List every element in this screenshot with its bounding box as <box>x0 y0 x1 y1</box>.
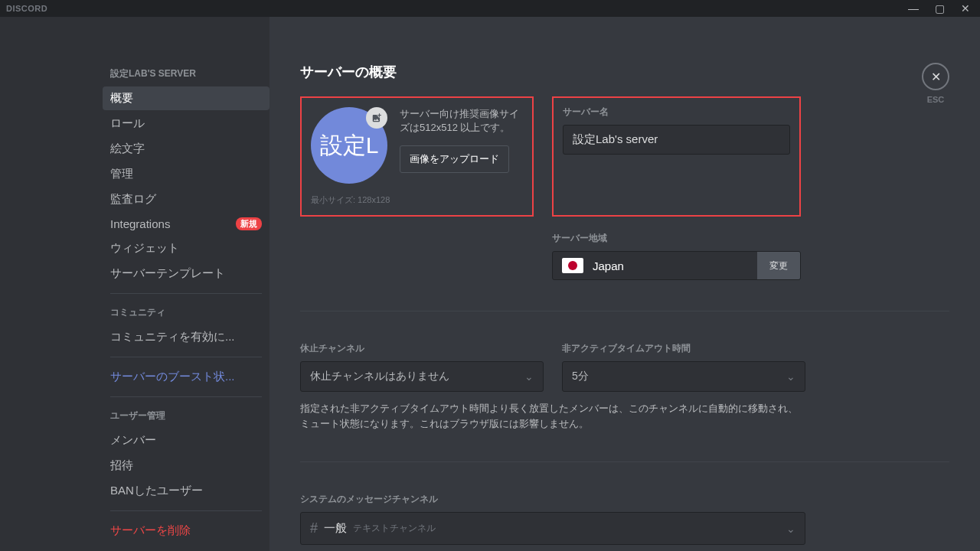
server-region-section: サーバー地域 Japan 変更 <box>552 232 801 280</box>
chevron-down-icon: ⌄ <box>786 370 795 383</box>
server-region-value: Japan <box>553 252 757 279</box>
close-icon: ✕ <box>931 70 941 84</box>
sidebar-header-user-mgmt: ユーザー管理 <box>103 405 270 427</box>
sidebar-separator <box>110 396 262 397</box>
server-region-label: サーバー地域 <box>552 232 801 245</box>
close-window-button[interactable]: ✕ <box>957 2 974 15</box>
brand-logo: DISCORD <box>6 4 47 13</box>
content-area: ✕ ESC サーバーの概要 設定L サーバー向け推奨画像サイズは512x512 … <box>270 17 980 551</box>
server-icon-upload-box: 設定L サーバー向け推奨画像サイズは512x512 以上です。 画像をアップロー… <box>300 96 534 217</box>
sidebar-header-community: コミュニティ <box>103 302 270 324</box>
sidebar-item-delete-server[interactable]: サーバーを削除 <box>103 519 270 543</box>
close-settings-button[interactable]: ✕ <box>922 63 949 90</box>
left-gutter <box>0 17 103 551</box>
settings-sidebar: 設定LAB'S SERVER 概要 ロール 絵文字 管理 監査ログ Integr… <box>103 17 270 551</box>
close-settings: ✕ ESC <box>922 63 949 104</box>
sidebar-item-template[interactable]: サーバーテンプレート <box>103 262 270 285</box>
sidebar-separator <box>110 357 262 357</box>
server-name-label: サーバー名 <box>563 106 790 119</box>
divider <box>300 461 949 462</box>
sidebar-item-emoji[interactable]: 絵文字 <box>103 137 270 161</box>
page-title: サーバーの概要 <box>300 63 949 81</box>
recommend-size-text: サーバー向け推奨画像サイズは512x512 以上です。 <box>400 107 523 135</box>
upload-image-button[interactable]: 画像をアップロード <box>400 145 509 173</box>
sidebar-item-enable-community[interactable]: コミュニティを有効に... <box>103 325 270 349</box>
chevron-down-icon: ⌄ <box>524 370 534 383</box>
sidebar-item-roles[interactable]: ロール <box>103 112 270 135</box>
afk-help-text: 指定された非アクティブタイムアウト時間より長く放置したメンバーは、このチャンネル… <box>300 401 805 431</box>
server-name-box: サーバー名 <box>552 96 801 217</box>
sidebar-item-audit-log[interactable]: 監査ログ <box>103 187 270 211</box>
sidebar-separator <box>110 293 262 294</box>
sidebar-item-widget[interactable]: ウィジェット <box>103 236 270 260</box>
sidebar-item-bans[interactable]: BANしたユーザー <box>103 479 270 503</box>
sidebar-item-integrations[interactable]: Integrations 新規 <box>103 213 270 235</box>
esc-label: ESC <box>922 95 949 104</box>
titlebar: DISCORD — ▢ ✕ <box>0 0 980 17</box>
window-controls: — ▢ ✕ <box>905 2 974 15</box>
hash-icon: # <box>310 520 318 536</box>
sidebar-item-members[interactable]: メンバー <box>103 429 270 452</box>
system-channel-label: システムのメッセージチャンネル <box>300 493 805 506</box>
afk-channel-select[interactable]: 休止チャンネルはありません ⌄ <box>300 361 544 392</box>
change-region-button[interactable]: 変更 <box>757 252 800 279</box>
minimize-button[interactable]: — <box>905 2 922 15</box>
sidebar-separator <box>110 510 262 511</box>
sidebar-item-overview[interactable]: 概要 <box>103 86 270 110</box>
sidebar-item-invites[interactable]: 招待 <box>103 454 270 478</box>
min-size-text: 最小サイズ: 128x128 <box>311 194 523 206</box>
system-channel-category: テキストチャンネル <box>353 522 436 535</box>
afk-timeout-select[interactable]: 5分 ⌄ <box>562 361 805 392</box>
japan-flag-icon <box>562 258 583 273</box>
sidebar-item-server-boost[interactable]: サーバーのブースト状... <box>103 365 270 389</box>
afk-timeout-label: 非アクティブタイムアウト時間 <box>562 342 805 355</box>
new-badge: 新規 <box>236 217 262 230</box>
chevron-down-icon: ⌄ <box>786 523 795 535</box>
sidebar-header-server: 設定LAB'S SERVER <box>103 63 270 85</box>
divider <box>300 311 949 311</box>
maximize-button[interactable]: ▢ <box>931 2 948 15</box>
upload-image-icon <box>366 107 387 129</box>
system-channel-name: 一般 <box>324 521 347 536</box>
system-channel-select[interactable]: # 一般 テキストチャンネル ⌄ <box>300 512 805 545</box>
afk-channel-label: 休止チャンネル <box>300 342 544 355</box>
sidebar-item-moderation[interactable]: 管理 <box>103 162 270 186</box>
server-avatar-wrap[interactable]: 設定L <box>311 107 387 184</box>
server-name-input[interactable] <box>563 125 790 155</box>
